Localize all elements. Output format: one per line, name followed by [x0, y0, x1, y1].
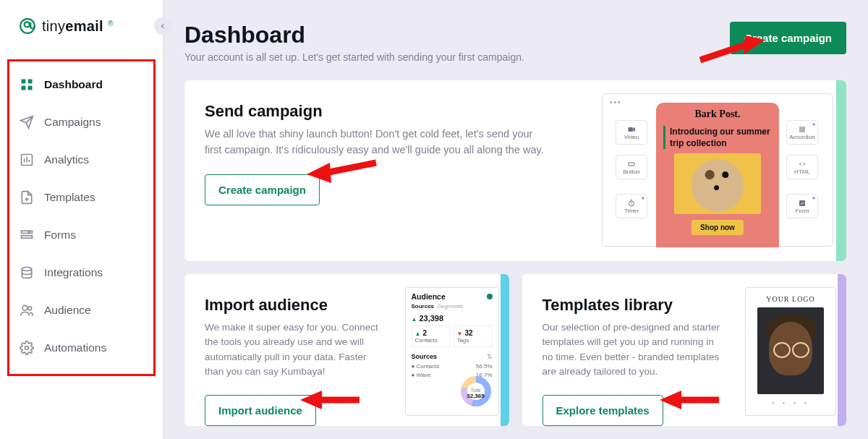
logo-icon: [17, 16, 38, 36]
sidebar-item-forms[interactable]: Forms: [9, 216, 153, 254]
gear-icon: [20, 341, 34, 355]
preview-brand: Bark Post.: [656, 108, 779, 120]
svg-point-15: [22, 305, 27, 310]
nav-list: Dashboard Campaigns Analytics Templates …: [7, 59, 156, 376]
email-editor-preview: ••• Bark Post. Introducing our summer tr…: [602, 93, 833, 247]
templates-library-card: Templates library Our selection of pre-d…: [522, 274, 847, 426]
preview-total: ▲23,398: [412, 314, 493, 323]
preview-headline: Introducing our summer trip collection: [663, 126, 772, 149]
source-row: ● Contacts56.5%: [412, 363, 493, 370]
page-header: Dashboard Your account is all set up. Le…: [184, 22, 846, 63]
registered-mark: ®: [108, 20, 113, 27]
button-icon: [626, 160, 637, 169]
video-icon: [626, 125, 637, 134]
template-preview: YOUR LOGO • • • •: [745, 287, 836, 416]
svg-rect-11: [22, 231, 29, 233]
svg-marker-30: [812, 196, 816, 200]
sidebar-item-templates[interactable]: Templates: [9, 179, 153, 216]
block-chip-video: Video: [616, 120, 647, 145]
send-icon: [20, 115, 34, 129]
send-campaign-card: Send campaign We all love that shiny lau…: [184, 80, 846, 261]
explore-templates-button[interactable]: Explore templates: [542, 395, 663, 426]
stat-contacts: ▲2Contacts: [412, 325, 451, 347]
preview-tabs: Sources Segments: [412, 303, 493, 310]
nav-label: Forms: [44, 229, 76, 242]
file-plus-icon: [20, 190, 34, 205]
svg-marker-19: [634, 127, 636, 132]
accordion-icon: [797, 125, 807, 134]
bar-chart-icon: [20, 153, 34, 167]
svg-rect-3: [22, 86, 26, 90]
svg-rect-31: [799, 200, 805, 206]
card-description: Our selection of pre-designed and starte…: [542, 320, 723, 379]
main-content: Dashboard Your account is all set up. Le…: [163, 0, 868, 439]
sidebar-item-campaigns[interactable]: Campaigns: [9, 103, 153, 141]
card-accent: [836, 80, 846, 261]
card-description: We make it super easy for you. Connect t…: [205, 320, 386, 379]
brand-name: tinyemail: [42, 18, 103, 35]
html-icon: [797, 160, 807, 169]
brand-logo: tinyemail ®: [0, 0, 163, 42]
sidebar-item-automations[interactable]: Automations: [9, 329, 153, 367]
nav-label: Dashboard: [44, 78, 103, 91]
nav-label: Automations: [44, 341, 106, 354]
svg-rect-12: [22, 236, 33, 238]
block-chip-accordion: Accordion: [786, 120, 818, 145]
nav-label: Analytics: [44, 153, 89, 166]
template-logo-placeholder: YOUR LOGO: [746, 288, 835, 307]
svg-point-0: [20, 19, 35, 33]
block-chip-html: HTML: [786, 155, 818, 179]
svg-point-14: [22, 268, 31, 271]
svg-rect-2: [28, 80, 33, 84]
card-title: Send campaign: [205, 102, 581, 121]
sidebar-item-integrations[interactable]: Integrations: [9, 254, 153, 291]
grid-icon: [20, 77, 34, 92]
window-dots-icon: •••: [610, 98, 622, 106]
email-mockup: Bark Post. Introducing our summer trip c…: [656, 103, 779, 247]
card-description: We all love that shiny launch button! Do…: [205, 127, 552, 158]
preview-panel-title: Audience: [412, 292, 446, 301]
form-icon: [20, 228, 34, 242]
form-check-icon: [797, 199, 807, 208]
nav-label: Templates: [44, 191, 95, 204]
create-campaign-button[interactable]: Create campaign: [730, 22, 846, 54]
template-image: [757, 307, 824, 394]
stat-tags: ▼32Tags: [454, 325, 493, 347]
svg-marker-21: [641, 196, 645, 200]
sidebar-item-audience[interactable]: Audience: [9, 291, 153, 329]
stack-icon: [20, 265, 34, 280]
page-subtitle: Your account is all set up. Let's get st…: [184, 51, 524, 63]
create-campaign-outline-button[interactable]: Create campaign: [205, 174, 320, 205]
sidebar-item-dashboard[interactable]: Dashboard: [9, 66, 153, 103]
nav-label: Integrations: [44, 266, 103, 279]
donut-total: Total32,369: [462, 388, 490, 399]
timer-icon: [626, 199, 637, 208]
svg-rect-1: [22, 80, 26, 84]
status-dot-icon: [487, 294, 493, 299]
svg-rect-20: [629, 163, 634, 166]
import-audience-button[interactable]: Import audience: [205, 395, 316, 426]
block-chip-button: Button: [616, 155, 647, 179]
preview-image: [674, 153, 761, 214]
svg-rect-18: [629, 127, 634, 132]
block-chip-form: Form: [786, 194, 818, 218]
nav-label: Audience: [44, 304, 91, 317]
users-icon: [20, 303, 34, 317]
preview-sources-header: Sources⇅: [412, 353, 493, 360]
svg-point-16: [28, 307, 32, 310]
sidebar-item-analytics[interactable]: Analytics: [9, 141, 153, 179]
card-accent: [501, 274, 509, 426]
svg-rect-4: [28, 86, 33, 90]
import-audience-card: Import audience We make it super easy fo…: [184, 274, 509, 426]
audience-preview: Audience Sources Segments ▲23,398 ▲2Cont…: [405, 287, 499, 416]
svg-rect-13: [30, 231, 32, 233]
page-title: Dashboard: [184, 22, 524, 48]
carousel-dots-icon: • • • •: [746, 398, 835, 407]
block-chip-timer: Timer: [616, 194, 647, 218]
nav-label: Campaigns: [44, 116, 101, 129]
card-accent: [838, 274, 846, 426]
svg-marker-25: [812, 122, 816, 127]
sidebar: tinyemail ® Dashboard Campaigns Analytic…: [0, 0, 163, 439]
svg-point-17: [25, 346, 29, 350]
preview-cta: Shop now: [692, 220, 744, 235]
